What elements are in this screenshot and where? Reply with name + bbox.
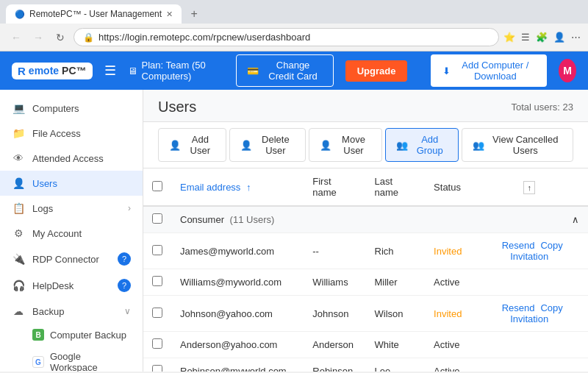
backup-icon: ☁ [12, 305, 25, 317]
menu-icon[interactable]: ☰ [521, 32, 530, 43]
actions-cell-4 [470, 358, 588, 372]
upgrade-button[interactable]: Upgrade [345, 60, 408, 82]
first-cell-4: Robinson [304, 358, 365, 372]
users-table-container: Email address ↑ First name Last name Sta… [143, 168, 588, 372]
email-cell-3: Anderson@yahoo.com [171, 332, 304, 358]
sidebar-item-google-workspace[interactable]: G Google Workspace [0, 346, 143, 372]
logo-pc: PC™ [62, 65, 86, 77]
firstname-column-header: First name [304, 168, 365, 206]
sidebar-item-computers[interactable]: 💻 Computers [0, 96, 143, 121]
actions-cell-1 [470, 269, 588, 296]
backup-expand-icon: ∨ [124, 306, 131, 316]
table-row: Robinson@myworld.com Robinson Lee Active [143, 358, 588, 372]
delete-user-button[interactable]: 👤 Delete User [229, 128, 306, 162]
sidebar-item-users[interactable]: 👤 Users [0, 171, 143, 196]
refresh-button[interactable]: ↻ [51, 29, 69, 46]
email-column-header[interactable]: Email address ↑ [171, 168, 304, 206]
row-checkbox-4[interactable] [152, 365, 162, 372]
sidebar-label-users: Users [32, 178, 57, 189]
content-header: Users Total users: 23 [143, 90, 588, 121]
user-avatar[interactable]: M [559, 59, 576, 82]
hamburger-icon[interactable]: ☰ [104, 63, 116, 79]
browser-controls: ← → ↻ 🔒 https://login.remotepc.com/rpcne… [0, 24, 588, 51]
actions-cell-3 [470, 332, 588, 358]
tab-close-icon[interactable]: ✕ [166, 10, 173, 19]
sidebar-item-file-access[interactable]: 📁 File Access [0, 121, 143, 146]
lastname-column-header: Last name [366, 168, 426, 206]
sidebar-item-logs[interactable]: 📋 Logs › [0, 196, 143, 221]
resend-link-2[interactable]: Resend [502, 302, 535, 313]
download-icon: ⬇ [442, 65, 451, 77]
sidebar-item-helpdesk[interactable]: 🎧 HelpDesk ? [0, 272, 143, 299]
last-cell-2: Wilson [366, 296, 426, 332]
add-computer-button[interactable]: ⬇ Add Computer / Download [431, 54, 547, 87]
select-all-checkbox[interactable] [152, 181, 162, 191]
email-cell-2: Johnson@yahoo.com [171, 296, 304, 332]
new-tab-button[interactable]: + [184, 4, 204, 24]
first-cell-0: -- [304, 233, 365, 269]
users-icon: 👤 [12, 177, 25, 189]
group-label-cell: Consumer (11 Users) [171, 206, 470, 233]
last-cell-0: Rich [366, 233, 426, 269]
bookmark-icon[interactable]: ⭐ [503, 32, 515, 43]
sidebar-item-rdp-connector[interactable]: 🔌 RDP Connector ? [0, 246, 143, 272]
group-collapse-cell[interactable]: ∧ [470, 206, 588, 233]
add-user-button[interactable]: 👤 Add User [158, 128, 226, 162]
total-users-count: Total users: 23 [511, 102, 573, 113]
helpdesk-icon: 🎧 [12, 280, 25, 291]
table-header: Email address ↑ First name Last name Sta… [143, 168, 588, 206]
actions-cell-0: ResendCopy Invitation [470, 233, 588, 269]
active-tab[interactable]: 🔵 RemotePC™ - User Management ✕ [6, 4, 182, 24]
row-checkbox-1[interactable] [152, 276, 162, 286]
back-button[interactable]: ← [7, 29, 25, 46]
group-checkbox[interactable] [152, 213, 162, 224]
url-text: https://login.remotepc.com/rpcnew/userda… [98, 32, 490, 43]
rdp-icon: 🔌 [12, 253, 25, 265]
row-checkbox-0[interactable] [152, 245, 162, 255]
move-user-button[interactable]: 👤 Move User [309, 128, 382, 162]
more-icon[interactable]: ⋯ [571, 32, 581, 43]
sidebar-item-computer-backup[interactable]: B Computer Backup [0, 324, 143, 346]
forward-button[interactable]: → [29, 29, 47, 46]
address-bar[interactable]: 🔒 https://login.remotepc.com/rpcnew/user… [74, 28, 499, 46]
logo-remote: emote [29, 65, 59, 77]
action-bar: 👤 Add User 👤 Delete User 👤 Move User 👥 A… [143, 121, 588, 168]
first-cell-2: Johnson [304, 296, 365, 332]
column-options-icon[interactable]: ↑ [523, 181, 535, 194]
group-count: (11 Users) [230, 214, 275, 225]
add-group-button[interactable]: 👥 Add Group [385, 128, 459, 162]
status-cell-3: Active [425, 332, 470, 358]
table-row: Anderson@yahoo.com Anderson White Active [143, 332, 588, 358]
row-checkbox-3[interactable] [152, 338, 162, 349]
change-credit-card-button[interactable]: 💳 Change Credit Card [236, 54, 333, 87]
logo-icon: R [18, 65, 26, 77]
sidebar-label-my-account: My Account [32, 228, 82, 239]
add-user-icon: 👤 [169, 140, 181, 151]
table-row: Williams@myworld.com Williams Miller Act… [143, 269, 588, 296]
rdp-badge: ? [118, 252, 131, 266]
group-name: Consumer [180, 214, 224, 225]
resend-link-0[interactable]: Resend [502, 240, 535, 251]
add-group-icon: 👥 [396, 140, 408, 151]
computer-backup-icon: B [32, 329, 44, 341]
tab-bar: 🔵 RemotePC™ - User Management ✕ + [0, 0, 588, 24]
view-cancelled-users-button[interactable]: 👥 View Cancelled Users [462, 128, 573, 162]
tab-title: RemotePC™ - User Management [29, 9, 162, 19]
first-cell-1: Williams [304, 269, 365, 296]
move-user-icon: 👤 [320, 140, 331, 151]
sidebar-item-backup[interactable]: ☁ Backup ∨ [0, 299, 143, 324]
row-checkbox-2[interactable] [152, 308, 162, 318]
app-header: R emote PC™ ☰ 🖥 Plan: Team (50 Computers… [0, 51, 588, 90]
status-cell-1: Active [425, 269, 470, 296]
extension-icon[interactable]: 🧩 [536, 32, 548, 43]
user-profile-icon[interactable]: 👤 [553, 32, 565, 43]
logo-box: R emote PC™ [12, 63, 93, 79]
sidebar-item-my-account[interactable]: ⚙ My Account [0, 221, 143, 246]
status-cell-2: Invited [425, 296, 470, 332]
sidebar-item-attended-access[interactable]: 👁 Attended Access [0, 146, 143, 171]
helpdesk-badge: ? [118, 279, 131, 292]
users-table: Email address ↑ First name Last name Sta… [143, 168, 588, 372]
last-cell-1: Miller [366, 269, 426, 296]
computers-icon: 💻 [12, 102, 25, 114]
logs-expand-icon: › [128, 203, 131, 213]
